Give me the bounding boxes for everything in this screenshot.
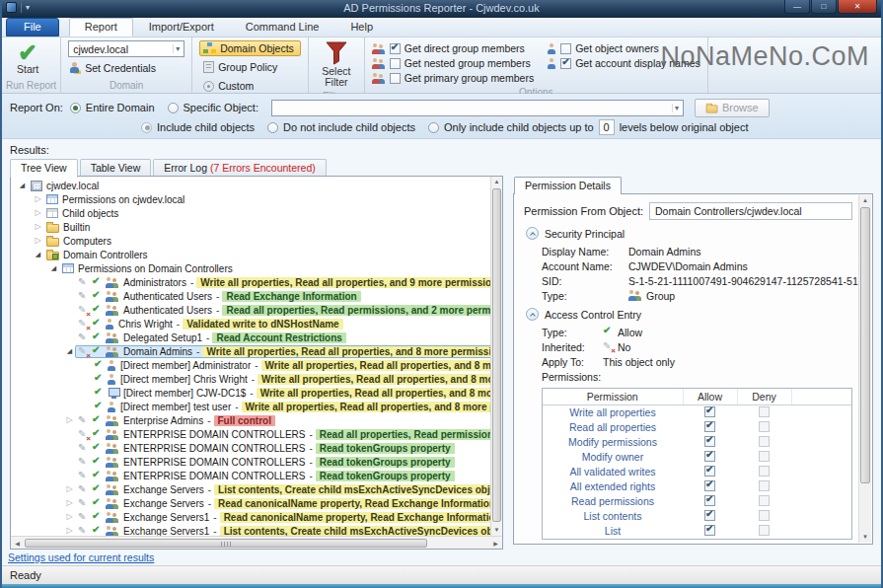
- get-nested-group-members-checkbox[interactable]: [390, 58, 401, 69]
- tree-row[interactable]: ◢cjwdev.local: [11, 179, 490, 192]
- permission-row[interactable]: List: [543, 524, 851, 539]
- tab-help[interactable]: Help: [334, 18, 389, 37]
- deny-checkbox[interactable]: [759, 451, 770, 462]
- tree-expander-icon[interactable]: ▷: [64, 526, 75, 536]
- permission-row[interactable]: All validated writes: [543, 465, 851, 479]
- tree-row[interactable]: [Direct member] test user - Write all pr…: [11, 400, 490, 413]
- details-vertical-scrollbar[interactable]: ▲ ▼: [858, 195, 871, 543]
- collapse-icon[interactable]: [526, 227, 539, 240]
- tree-row[interactable]: ENTERPRISE DOMAIN CONTROLLERS - Read tok…: [11, 469, 490, 482]
- deny-checkbox[interactable]: [759, 495, 770, 506]
- close-button[interactable]: ✕: [838, 0, 877, 14]
- tree-row[interactable]: ▷Exchange Servers1 - List contents, Crea…: [11, 524, 490, 536]
- tab-permission-details[interactable]: Permission Details: [514, 177, 622, 194]
- tree-row[interactable]: ▷Exchange Servers1 - Read canonicalName …: [11, 510, 490, 524]
- tree-row[interactable]: ENTERPRISE DOMAIN CONTROLLERS - Read all…: [11, 427, 490, 441]
- allow-checkbox[interactable]: [704, 406, 715, 417]
- tree-row[interactable]: ▷Exchange Servers - Read canonicalName p…: [11, 496, 490, 510]
- tab-command-line[interactable]: Command Line: [230, 18, 335, 37]
- tab-tree-view[interactable]: Tree View: [10, 159, 78, 178]
- deny-checkbox[interactable]: [759, 480, 770, 491]
- tab-import-export[interactable]: Import/Export: [133, 18, 230, 37]
- tree-row[interactable]: Administrators - Write all properties, R…: [11, 275, 490, 289]
- report-type-custom[interactable]: Custom: [199, 78, 301, 94]
- get-account-display-names-checkbox[interactable]: [560, 58, 571, 69]
- tree-row[interactable]: [Direct member] Chris Wright - Write all…: [11, 372, 490, 386]
- tree-expander-icon[interactable]: ▷: [64, 484, 75, 494]
- tree-row[interactable]: Chris Wright - Validated write to dNSHos…: [11, 317, 490, 331]
- tree-row[interactable]: ▷Child objects: [11, 206, 490, 220]
- chevron-down-icon[interactable]: ▾: [672, 104, 681, 112]
- tree-expander-icon[interactable]: ◢: [33, 250, 43, 259]
- permission-row[interactable]: List contents: [543, 509, 851, 524]
- permission-row[interactable]: Read all properties: [543, 420, 851, 435]
- tree-row[interactable]: ▷Exchange Servers - List contents, Creat…: [11, 482, 490, 496]
- tree-row[interactable]: ▷Enterprise Admins - Full control: [11, 413, 490, 427]
- collapse-icon[interactable]: [526, 308, 539, 321]
- tree-expander-icon[interactable]: ▷: [33, 208, 43, 218]
- tree-expander-icon[interactable]: ▷: [64, 498, 75, 508]
- allow-checkbox[interactable]: [704, 495, 715, 506]
- scroll-left-icon[interactable]: ◀: [11, 540, 24, 547]
- tree-row[interactable]: ENTERPRISE DOMAIN CONTROLLERS - Read tok…: [11, 441, 490, 455]
- tree-row[interactable]: ▷Computers: [11, 234, 490, 248]
- tree-expander-icon[interactable]: ◢: [48, 263, 59, 273]
- entire-domain-radio[interactable]: [70, 103, 81, 113]
- tree-row[interactable]: [Direct member] CJW-DC1$ - Write all pro…: [11, 386, 490, 400]
- allow-checkbox[interactable]: [704, 510, 715, 521]
- specific-object-radio[interactable]: [168, 103, 179, 113]
- tree-row[interactable]: Authenticated Users - Read Exchange Info…: [11, 289, 490, 303]
- allow-checkbox[interactable]: [704, 525, 715, 536]
- allow-checkbox[interactable]: [704, 436, 715, 447]
- deny-checkbox[interactable]: [759, 466, 770, 477]
- deny-checkbox[interactable]: [759, 525, 770, 536]
- tree-row[interactable]: Authenticated Users - Read all propertie…: [11, 303, 490, 317]
- tree-expander-icon[interactable]: ▷: [64, 415, 75, 425]
- permission-row[interactable]: All extended rights: [543, 479, 851, 494]
- permission-row[interactable]: Read permissions: [543, 494, 851, 509]
- no-child-objects-radio[interactable]: [267, 122, 278, 133]
- tree-row[interactable]: Delegated Setup1 - Read Account Restrict…: [11, 331, 490, 344]
- tab-file[interactable]: File: [6, 18, 59, 37]
- security-principal-section-header[interactable]: Security Principal: [526, 227, 852, 240]
- deny-checkbox[interactable]: [759, 510, 770, 521]
- allow-checkbox[interactable]: [704, 451, 715, 462]
- tab-report[interactable]: Report: [69, 18, 133, 37]
- permission-from-object-value[interactable]: Domain Controllers/cjwdev.local: [649, 202, 852, 220]
- report-type-group-policy[interactable]: Group Policy: [199, 59, 301, 75]
- tab-error-log[interactable]: Error Log (7 Errors Encountered): [153, 159, 327, 177]
- chevron-down-icon[interactable]: ▾: [173, 44, 182, 53]
- set-credentials-button[interactable]: Set Credentials: [68, 60, 184, 76]
- domain-combo[interactable]: cjwdev.local ▾: [68, 40, 184, 57]
- tree-horizontal-scrollbar[interactable]: ◀ ▶: [11, 536, 502, 549]
- deny-checkbox[interactable]: [759, 436, 770, 447]
- scroll-down-icon[interactable]: ▼: [491, 525, 502, 536]
- deny-checkbox[interactable]: [759, 406, 770, 417]
- maximize-button[interactable]: □: [811, 0, 837, 14]
- quick-access-dropdown-icon[interactable]: ▾: [26, 3, 30, 13]
- permission-row[interactable]: Modify permissions: [543, 435, 851, 450]
- tree-expander-icon[interactable]: ◢: [64, 346, 75, 356]
- scroll-thumb[interactable]: [25, 539, 427, 548]
- scroll-down-icon[interactable]: ▼: [859, 532, 871, 543]
- minimize-button[interactable]: —: [784, 0, 810, 14]
- select-filter-button[interactable]: Select Filter: [316, 40, 357, 88]
- tree-row[interactable]: ◢Domain Controllers: [11, 248, 490, 261]
- tree-row[interactable]: ◢Permissions on Domain Controllers: [11, 261, 490, 275]
- app-icon[interactable]: [6, 2, 17, 13]
- include-child-objects-radio[interactable]: [141, 122, 152, 133]
- levels-input[interactable]: 0: [599, 119, 615, 135]
- tab-table-view[interactable]: Table View: [80, 159, 152, 177]
- permission-row[interactable]: Write all properties: [543, 405, 851, 420]
- allow-checkbox[interactable]: [704, 480, 715, 491]
- tree-row[interactable]: ▷Builtin: [11, 220, 490, 234]
- allow-checkbox[interactable]: [704, 421, 715, 432]
- tree-expander-icon[interactable]: ▷: [33, 194, 43, 204]
- tree-expander-icon[interactable]: ◢: [17, 181, 28, 190]
- specific-object-combo[interactable]: ▾: [271, 100, 684, 116]
- deny-checkbox[interactable]: [759, 421, 770, 432]
- start-button[interactable]: ✔ Start: [9, 40, 46, 75]
- tree-row[interactable]: [Direct member] Administrator - Write al…: [11, 358, 490, 372]
- get-direct-group-members-checkbox[interactable]: [390, 43, 401, 54]
- tree-expander-icon[interactable]: ▷: [64, 512, 75, 522]
